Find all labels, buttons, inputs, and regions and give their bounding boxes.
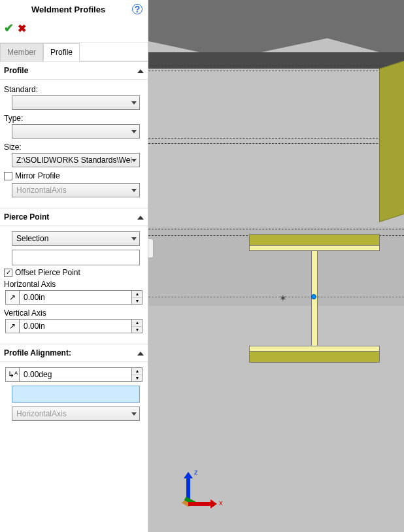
- size-label: Size:: [4, 142, 144, 152]
- ok-cancel-bar: ✔ ✖: [0, 18, 148, 42]
- size-value: Z:\SOLIDWORKS Standards\Weldm: [16, 156, 131, 165]
- chevron-up-icon[interactable]: [137, 66, 144, 75]
- spinner-arrows[interactable]: ▴ ▾: [132, 367, 143, 382]
- size-select[interactable]: Z:\SOLIDWORKS Standards\Weldm: [12, 153, 140, 167]
- flange-top: [249, 234, 380, 246]
- vertical-axis-label: Vertical Axis: [4, 308, 144, 318]
- panel-collapse-handle[interactable]: [148, 239, 154, 258]
- graphics-viewport[interactable]: ✶ z x: [148, 0, 404, 532]
- spin-up-icon[interactable]: ▴: [132, 368, 142, 375]
- view-triad[interactable]: z x: [175, 477, 214, 516]
- spin-up-icon[interactable]: ▴: [132, 320, 142, 327]
- vertical-axis-input[interactable]: 0.00in: [20, 319, 132, 333]
- vertical-axis-spinner[interactable]: ↗ 0.00in ▴ ▾: [5, 319, 143, 333]
- chevron-down-icon: [131, 159, 137, 162]
- alignment-axis-value: HorizontalAxis: [16, 409, 67, 418]
- section-pierce-header[interactable]: Pierce Point: [0, 208, 148, 226]
- offset-pierce-checkbox[interactable]: [4, 269, 12, 277]
- triad-x-label: x: [219, 499, 223, 507]
- alignment-axis-select: HorizontalAxis: [12, 407, 140, 421]
- alignment-selection-box[interactable]: [12, 386, 140, 403]
- alignment-angle-input[interactable]: 0.00deg: [20, 367, 132, 382]
- section-align-header[interactable]: Profile Alignment:: [0, 344, 148, 362]
- standard-label: Standard:: [4, 85, 144, 94]
- diagonal-arrow-icon[interactable]: ↗: [5, 290, 20, 305]
- pierce-point-handle[interactable]: [311, 294, 316, 299]
- spinner-arrows[interactable]: ▴ ▾: [132, 290, 143, 305]
- chevron-down-icon: [131, 412, 137, 416]
- hidden-edge-line: [148, 71, 404, 71]
- property-manager-panel: Weldment Profiles ? ✔ ✖ Member Profile P…: [0, 0, 148, 532]
- cancel-icon[interactable]: ✖: [18, 22, 26, 35]
- section-align-body: ↳ᴬ 0.00deg ▴ ▾ HorizontalAxis: [0, 362, 148, 431]
- alignment-angle-spinner[interactable]: ↳ᴬ 0.00deg ▴ ▾: [5, 367, 143, 382]
- snap-reference-icon: ✶: [279, 293, 287, 303]
- diagonal-arrow-icon[interactable]: ↗: [5, 319, 20, 333]
- tab-member[interactable]: Member: [0, 43, 43, 61]
- section-pierce-body: Selection Offset Pierce Point Horizontal…: [0, 226, 148, 344]
- mirror-axis-value: HorizontalAxis: [16, 186, 67, 195]
- spinner-arrows[interactable]: ▴ ▾: [132, 319, 143, 333]
- horizontal-axis-spinner[interactable]: ↗ 0.00in ▴ ▾: [5, 290, 143, 305]
- mirror-profile-label: Mirror Profile: [15, 171, 60, 180]
- spin-down-icon[interactable]: ▾: [132, 375, 142, 382]
- pierce-mode-select[interactable]: Selection: [12, 231, 140, 246]
- section-align-title: Profile Alignment:: [4, 348, 71, 357]
- section-pierce-title: Pierce Point: [4, 212, 49, 222]
- pierce-selection-input[interactable]: [12, 250, 140, 265]
- spin-up-icon[interactable]: ▴: [132, 291, 142, 298]
- horizontal-axis-label: Horizontal Axis: [4, 280, 144, 289]
- hidden-edge-line: [148, 229, 404, 229]
- mirror-profile-row[interactable]: Mirror Profile: [4, 171, 144, 180]
- ok-icon[interactable]: ✔: [4, 21, 14, 35]
- hidden-edge-line: [148, 138, 404, 139]
- horizontal-axis-input[interactable]: 0.00in: [20, 290, 132, 305]
- tab-profile[interactable]: Profile: [43, 43, 80, 61]
- hidden-edge-line: [148, 65, 404, 66]
- triad-z-label: z: [194, 468, 198, 476]
- help-icon[interactable]: ?: [132, 4, 143, 14]
- angle-icon[interactable]: ↳ᴬ: [5, 367, 20, 382]
- chevron-down-icon: [131, 101, 137, 105]
- offset-pierce-label: Offset Pierce Point: [15, 268, 80, 277]
- section-profile-title: Profile: [4, 66, 28, 75]
- section-profile-body: Standard: Type: Size: Z:\SOLIDWORKS Stan…: [0, 80, 148, 208]
- chevron-down-icon: [131, 189, 137, 192]
- chevron-down-icon: [131, 130, 137, 133]
- flange-bottom-inner: [249, 346, 380, 351]
- spin-down-icon[interactable]: ▾: [132, 327, 142, 333]
- spin-down-icon[interactable]: ▾: [132, 298, 142, 305]
- hidden-edge-line: [148, 143, 404, 144]
- background-band: [148, 52, 404, 69]
- mirror-profile-checkbox[interactable]: [4, 172, 12, 180]
- panel-title-bar: Weldment Profiles ?: [0, 0, 148, 18]
- flange-bottom: [249, 351, 380, 363]
- type-select[interactable]: [12, 124, 140, 139]
- standard-select[interactable]: [12, 95, 140, 110]
- tabs: Member Profile: [0, 42, 148, 61]
- chevron-up-icon[interactable]: [137, 348, 144, 357]
- background-geometry: [148, 0, 404, 59]
- flange-top-inner: [249, 246, 380, 251]
- section-profile-header[interactable]: Profile: [0, 61, 148, 80]
- chevron-down-icon: [131, 237, 137, 241]
- panel-title: Weldment Profiles: [31, 5, 105, 14]
- type-label: Type:: [4, 114, 144, 123]
- pierce-mode-value: Selection: [16, 234, 48, 243]
- offset-pierce-row[interactable]: Offset Pierce Point: [4, 268, 144, 277]
- mirror-axis-select: HorizontalAxis: [12, 183, 140, 197]
- triad-x-axis: [188, 502, 210, 506]
- chevron-up-icon[interactable]: [137, 212, 144, 222]
